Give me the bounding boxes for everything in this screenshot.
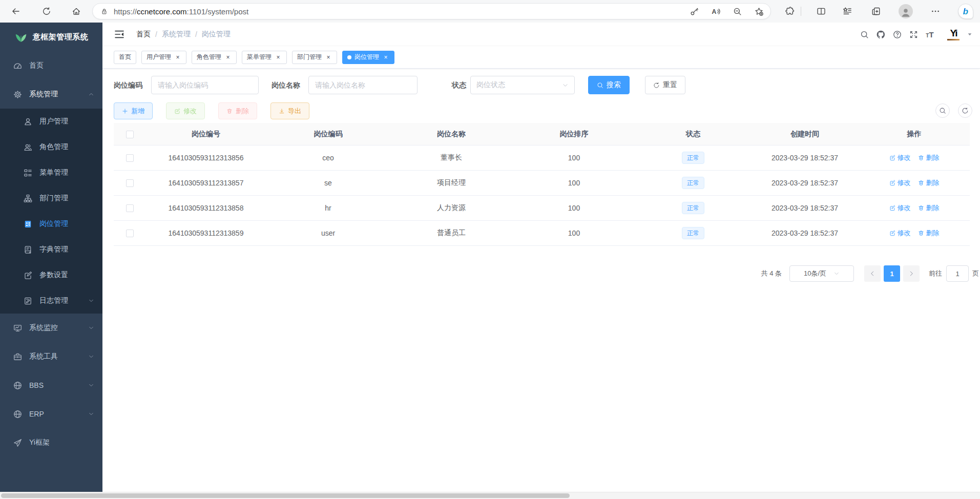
row-checkbox[interactable] [126,204,134,212]
browser-refresh-button[interactable] [38,3,55,20]
sidebar-item-erp[interactable]: ERP [0,400,102,428]
row-edit-link[interactable]: 修改 [889,228,911,238]
key-icon [690,7,699,16]
status-tag: 正常 [682,152,704,164]
sidebar-item-dict-mgmt[interactable]: 字典管理 [0,237,102,262]
tab-close-icon[interactable]: × [224,54,232,61]
next-page-button[interactable] [903,265,920,282]
row-checkbox[interactable] [126,230,134,237]
row-delete-link[interactable]: 删除 [918,228,940,238]
sidebar-item-label: 系统管理 [29,90,58,99]
tab-label: 菜单管理 [247,53,272,61]
sidebar-item-role-mgmt[interactable]: 角色管理 [0,134,102,160]
browser-profile-button[interactable] [897,3,914,20]
monitor-icon [13,324,22,332]
scrollbar-thumb[interactable] [1,493,570,498]
password-key-button[interactable] [686,4,702,19]
header-checkbox-cell [114,130,145,138]
search-button[interactable]: 搜索 [588,76,630,94]
row-delete-link[interactable]: 删除 [918,178,940,188]
add-favorite-button[interactable] [751,4,766,19]
edit-icon [889,180,895,186]
sidebar-item-sys-tools[interactable]: 系统工具 [0,342,102,371]
edit-button[interactable]: 修改 [166,102,205,119]
select-all-checkbox[interactable] [126,131,134,138]
tab-home[interactable]: 首页 [114,51,136,64]
sidebar-item-log-mgmt[interactable]: 日志管理 [0,288,102,314]
tab-close-icon[interactable]: × [275,54,282,61]
table-refresh-button[interactable] [958,103,972,118]
content-area: 岗位编码 岗位名称 状态 岗位状态 搜索 重置 新增 修改 删除 导出 [102,69,980,492]
help-button[interactable] [889,26,905,43]
browser-menu-button[interactable] [927,3,944,20]
table-cell: 1641030593112313859 [145,229,266,237]
status-tag: 正常 [682,177,704,189]
sidebar-item-home[interactable]: 首页 [0,51,102,80]
row-edit-link[interactable]: 修改 [889,178,911,188]
sidebar-item-dept-mgmt[interactable]: 部门管理 [0,185,102,211]
post-code-input[interactable] [151,76,259,94]
tab-role-mgmt[interactable]: 角色管理× [192,51,237,64]
sidebar-item-system-mgmt[interactable]: 系统管理 [0,80,102,109]
zoom-out-button[interactable] [729,4,745,19]
tab-menu-mgmt[interactable]: 菜单管理× [242,51,287,64]
address-bar[interactable]: https://ccnetcore.com:1101/system/post A [92,3,771,19]
tab-dept-mgmt[interactable]: 部门管理× [292,51,337,64]
row-checkbox[interactable] [126,154,134,162]
sidebar-item-user-mgmt[interactable]: 用户管理 [0,109,102,134]
table-cell: 2023-03-29 18:52:37 [751,229,859,237]
split-screen-button[interactable] [812,3,830,20]
export-button[interactable]: 导出 [270,102,309,119]
header-search-button[interactable] [856,26,872,43]
collections-button[interactable] [867,3,885,20]
edit-icon [889,155,895,161]
sidebar-item-post-mgmt[interactable]: 岗位管理 [0,211,102,237]
goto-page-input[interactable] [946,265,969,282]
copilot-button[interactable]: b [957,3,974,20]
tab-close-icon[interactable]: × [174,54,181,61]
app-logo[interactable]: 意框架管理系统 [0,23,102,51]
breadcrumb-item[interactable]: 首页 [136,30,151,39]
pagination: 共 4 条 10条/页 1 前往 页 [761,265,979,282]
fullscreen-button[interactable] [905,26,922,43]
tab-close-icon[interactable]: × [382,54,389,61]
read-aloud-button[interactable]: A [708,4,723,19]
favorites-button[interactable] [839,3,856,20]
sidebar-item-label: 岗位管理 [39,219,68,228]
row-edit-link[interactable]: 修改 [889,153,911,162]
page-size-select[interactable]: 10条/页 [789,265,854,282]
post-name-input[interactable] [308,76,418,94]
prev-page-button[interactable] [864,265,881,282]
horizontal-scrollbar[interactable] [0,492,980,499]
sidebar-item-bbs[interactable]: BBS [0,371,102,400]
tab-post-mgmt[interactable]: 岗位管理× [342,51,394,64]
tab-user-mgmt[interactable]: 用户管理× [141,51,186,64]
reset-button[interactable]: 重置 [645,76,685,94]
sidebar-item-param-settings[interactable]: 参数设置 [0,262,102,288]
tab-close-icon[interactable]: × [325,54,332,61]
browser-home-button[interactable] [68,3,85,20]
row-delete-label: 删除 [926,178,940,188]
status-select[interactable]: 岗位状态 [470,76,575,94]
row-delete-link[interactable]: 删除 [918,203,940,213]
row-edit-link[interactable]: 修改 [889,203,911,213]
browser-back-button[interactable] [7,3,25,20]
avatar-caret-icon[interactable] [967,31,973,37]
extensions-button[interactable] [781,3,799,20]
sidebar-item-menu-mgmt[interactable]: 菜单管理 [0,160,102,185]
text-size-icon: TT [926,30,933,39]
page-number-button[interactable]: 1 [884,265,900,282]
row-delete-link[interactable]: 删除 [918,153,940,162]
delete-button[interactable]: 删除 [218,102,257,119]
github-link-button[interactable] [872,26,889,43]
font-size-button[interactable]: TT [922,26,938,43]
sidebar-collapse-button[interactable] [114,29,125,40]
row-checkbox[interactable] [126,179,134,187]
split-screen-icon [817,7,826,16]
table-cell: 1641030593112313857 [145,179,266,187]
add-button[interactable]: 新增 [114,102,153,119]
table-search-toggle-button[interactable] [935,103,950,118]
user-avatar[interactable]: Yi [944,25,963,44]
sidebar-item-sys-monitor[interactable]: 系统监控 [0,314,102,342]
sidebar-item-yi-framework[interactable]: Yi框架 [0,428,102,457]
